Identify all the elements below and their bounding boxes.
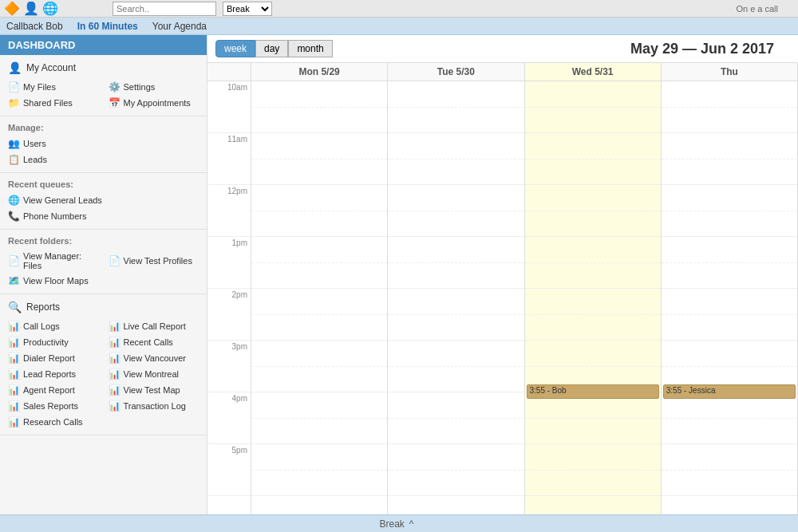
- recent-queues-title: Recent queues:: [0, 176, 207, 191]
- time-2pm: 2pm: [207, 289, 251, 341]
- sidebar-header: DASHBOARD: [0, 35, 207, 55]
- week-button[interactable]: week: [215, 40, 255, 57]
- montreal-icon: 📊: [109, 368, 120, 380]
- view-general-leads-item[interactable]: 🌐 View General Leads: [3, 192, 203, 208]
- day-col-mon: [251, 81, 388, 514]
- cell-wed-12: [525, 185, 661, 237]
- recent-folders-title: Recent folders:: [0, 233, 207, 247]
- files-icon: 📄: [8, 81, 20, 93]
- search-input[interactable]: [113, 2, 216, 16]
- month-button[interactable]: month: [288, 40, 332, 57]
- productivity-item[interactable]: 📊 Productivity: [3, 334, 104, 350]
- logo-icons: 🔶 👤 🌐: [4, 1, 58, 16]
- cell-mon-11: [251, 133, 387, 185]
- calendar-body: 10am 11am 12pm 1pm 2pm 3pm 4pm 5pm: [207, 81, 798, 514]
- research-icon: 📊: [8, 416, 20, 428]
- manage-section: Manage: 👥 Users 📋 Leads: [0, 116, 207, 173]
- manage-items: 👥 Users 📋 Leads: [0, 134, 207, 169]
- view-floor-maps-item[interactable]: 🗺️ View Floor Maps: [3, 273, 104, 289]
- cell-mon-5: [251, 444, 387, 496]
- cell-wed-10: [525, 81, 661, 133]
- cell-mon-2: [251, 289, 387, 341]
- agent-icon: 📊: [8, 384, 20, 396]
- time-column: 10am 11am 12pm 1pm 2pm 3pm 4pm 5pm: [207, 81, 251, 514]
- event-jessica[interactable]: 3:55 - Jessica: [663, 384, 796, 399]
- break-select[interactable]: Break Lunch Training: [223, 2, 272, 16]
- day-col-tue: [388, 81, 524, 514]
- shared-files-item[interactable]: 📁 Shared Files: [3, 95, 104, 111]
- cell-tue-4: [388, 392, 523, 444]
- event-bob[interactable]: 3:55 - Bob: [527, 384, 659, 399]
- research-calls-item[interactable]: 📊 Research Calls: [3, 414, 104, 430]
- in-60-min-label: In 60 Minutes: [77, 21, 138, 32]
- profile-icon: 📄: [109, 255, 120, 266]
- account-icon: 👤: [8, 61, 22, 74]
- cell-thu-5: [662, 444, 797, 496]
- manager-icon: 📄: [8, 255, 20, 266]
- cell-tue-2: [388, 289, 523, 341]
- day-button[interactable]: day: [255, 40, 288, 57]
- cell-wed-1: [525, 237, 661, 289]
- cell-thu-1: [662, 237, 797, 289]
- recent-queues-section: Recent queues: 🌐 View General Leads 📞 Ph…: [0, 173, 207, 230]
- cell-mon-10: [251, 81, 387, 133]
- leads-item[interactable]: 📋 Leads: [3, 152, 203, 167]
- reports-title-label: Reports: [26, 301, 60, 313]
- cell-thu-4: [662, 392, 797, 444]
- calendar-days: 3:55 - Bob 3:55 - Jessica: [251, 81, 798, 514]
- queues-items: 🌐 View General Leads 📞 Phone Numbers: [0, 191, 207, 226]
- day-col-wed: 3:55 - Bob: [525, 81, 662, 514]
- recent-calls-item[interactable]: 📊 Recent Calls: [104, 334, 204, 350]
- cell-mon-12: [251, 185, 387, 237]
- view-test-profiles-item[interactable]: 📄 View Test Profiles: [104, 249, 204, 273]
- lead-rep-icon: 📊: [8, 368, 20, 380]
- bottom-bar: Break ^: [0, 514, 798, 532]
- dialer-report-item[interactable]: 📊 Dialer Report: [3, 350, 104, 366]
- transaction-icon: 📊: [109, 400, 120, 412]
- agent-report-item[interactable]: 📊 Agent Report: [3, 382, 104, 398]
- cell-thu-10: [662, 81, 797, 133]
- time-1pm: 1pm: [207, 237, 251, 289]
- globe-icon: 🌐: [8, 195, 20, 206]
- time-11am: 11am: [207, 133, 251, 185]
- my-files-item[interactable]: 📄 My Files: [3, 79, 104, 95]
- my-account-item[interactable]: 👤 My Account: [0, 58, 207, 77]
- phone-numbers-item[interactable]: 📞 Phone Numbers: [3, 208, 203, 224]
- reports-section: 🔍 Reports 📊 Call Logs 📊 Live Call Report…: [0, 294, 207, 435]
- users-item[interactable]: 👥 Users: [3, 136, 203, 152]
- call-logs-icon: 📊: [8, 321, 20, 332]
- view-vancouver-item[interactable]: 📊 View Vancouver: [104, 350, 204, 366]
- calendar-area: week day month May 29 — Jun 2 2017 Mon 5…: [207, 35, 798, 514]
- logo-icon-2: 👤: [23, 1, 39, 16]
- settings-item[interactable]: ⚙️ Settings: [104, 79, 204, 95]
- view-manager-files-item[interactable]: 📄 View Manager: Files: [3, 249, 104, 273]
- lead-reports-item[interactable]: 📊 Lead Reports: [3, 366, 104, 382]
- date-range-label: May 29 — Jun 2 2017: [630, 41, 774, 57]
- sales-reports-item[interactable]: 📊 Sales Reports: [3, 398, 104, 414]
- phone-icon: 📞: [8, 211, 20, 222]
- day-header-thu: Thu: [662, 63, 798, 81]
- my-appointments-item[interactable]: 📅 My Appointments: [104, 95, 204, 111]
- cell-mon-3: [251, 341, 387, 392]
- cell-tue-3: [388, 341, 523, 392]
- cell-tue-1: [388, 237, 523, 289]
- reports-header-item[interactable]: 🔍 Reports: [0, 298, 207, 317]
- view-test-map-item[interactable]: 📊 View Test Map: [104, 382, 204, 398]
- time-5pm: 5pm: [207, 444, 251, 496]
- day-col-thu: 3:55 - Jessica: [662, 81, 798, 514]
- live-call-report-item[interactable]: 📊 Live Call Report: [104, 318, 204, 334]
- logo-icon-1: 🔶: [4, 1, 20, 16]
- call-logs-item[interactable]: 📊 Call Logs: [3, 318, 104, 334]
- cell-tue-10: [388, 81, 523, 133]
- transaction-log-item[interactable]: 📊 Transaction Log: [104, 398, 204, 414]
- day-header-tue: Tue 5/30: [388, 63, 524, 81]
- vancouver-icon: 📊: [109, 353, 120, 364]
- calendar-header-row: Mon 5/29 Tue 5/30 Wed 5/31 Thu: [207, 63, 798, 81]
- cell-thu-11: [662, 133, 797, 185]
- your-agenda-label: Your Agenda: [152, 21, 207, 32]
- users-icon: 👥: [8, 138, 20, 149]
- calendar-grid: Mon 5/29 Tue 5/30 Wed 5/31 Thu 10am 11am…: [207, 63, 798, 514]
- recent-calls-icon: 📊: [109, 337, 120, 348]
- view-montreal-item[interactable]: 📊 View Montreal: [104, 366, 204, 382]
- on-a-call-label: On e a call: [736, 4, 778, 14]
